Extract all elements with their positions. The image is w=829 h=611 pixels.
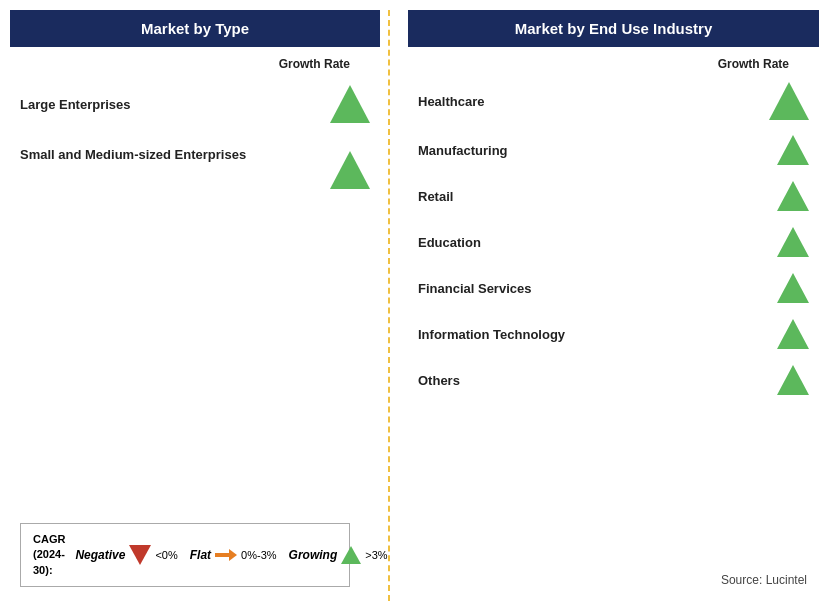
right-rows: Healthcare Manufacturing Retail Educatio… — [408, 75, 819, 403]
center-divider — [388, 10, 390, 601]
legend-negative: Negative <0% — [75, 545, 177, 565]
financial-arrow — [777, 273, 809, 303]
growing-value: >3% — [365, 549, 387, 561]
large-enterprises-label: Large Enterprises — [20, 97, 330, 112]
it-arrow — [777, 319, 809, 349]
legend-flat: Flat 0%-3% — [190, 548, 277, 562]
flat-value: 0%-3% — [241, 549, 276, 561]
negative-label: Negative — [75, 548, 125, 562]
sme-label: Small and Medium-sized Enterprises — [20, 147, 330, 162]
flat-arrow — [215, 549, 237, 561]
manufacturing-label: Manufacturing — [418, 143, 777, 158]
growing-label: Growing — [289, 548, 338, 562]
right-row-financial: Financial Services — [408, 265, 819, 311]
healthcare-arrow — [769, 82, 809, 120]
negative-value: <0% — [155, 549, 177, 561]
retail-arrow — [777, 181, 809, 211]
education-label: Education — [418, 235, 777, 250]
growing-arrow — [341, 546, 361, 564]
source-text: Source: Lucintel — [721, 573, 807, 587]
legend-growing: Growing >3% — [289, 546, 388, 564]
legend-box: CAGR(2024-30): Negative <0% Flat 0%-3% G… — [20, 523, 350, 587]
retail-label: Retail — [418, 189, 777, 204]
it-label: Information Technology — [418, 327, 777, 342]
manufacturing-arrow — [777, 135, 809, 165]
others-label: Others — [418, 373, 777, 388]
right-panel: Market by End Use Industry Growth Rate H… — [398, 10, 819, 601]
right-row-manufacturing: Manufacturing — [408, 127, 819, 173]
negative-arrow — [129, 545, 151, 565]
others-arrow — [777, 365, 809, 395]
education-arrow — [777, 227, 809, 257]
large-enterprises-arrow-up — [330, 85, 370, 123]
right-row-education: Education — [408, 219, 819, 265]
left-row-large-enterprises: Large Enterprises — [10, 75, 380, 133]
right-growth-rate-label: Growth Rate — [408, 57, 819, 71]
right-row-healthcare: Healthcare — [408, 75, 819, 127]
right-row-retail: Retail — [408, 173, 819, 219]
sme-arrow-up — [330, 151, 370, 189]
left-panel-header: Market by Type — [10, 10, 380, 47]
left-growth-rate-label: Growth Rate — [10, 57, 380, 71]
left-panel: Market by Type Growth Rate Large Enterpr… — [10, 10, 380, 601]
cagr-label: CAGR(2024-30): — [33, 532, 65, 578]
right-row-others: Others — [408, 357, 819, 403]
financial-label: Financial Services — [418, 281, 777, 296]
right-panel-header: Market by End Use Industry — [408, 10, 819, 47]
left-row-sme: Small and Medium-sized Enterprises — [10, 133, 380, 199]
healthcare-label: Healthcare — [418, 94, 769, 109]
right-row-it: Information Technology — [408, 311, 819, 357]
main-container: Market by Type Growth Rate Large Enterpr… — [0, 0, 829, 611]
flat-label: Flat — [190, 548, 211, 562]
